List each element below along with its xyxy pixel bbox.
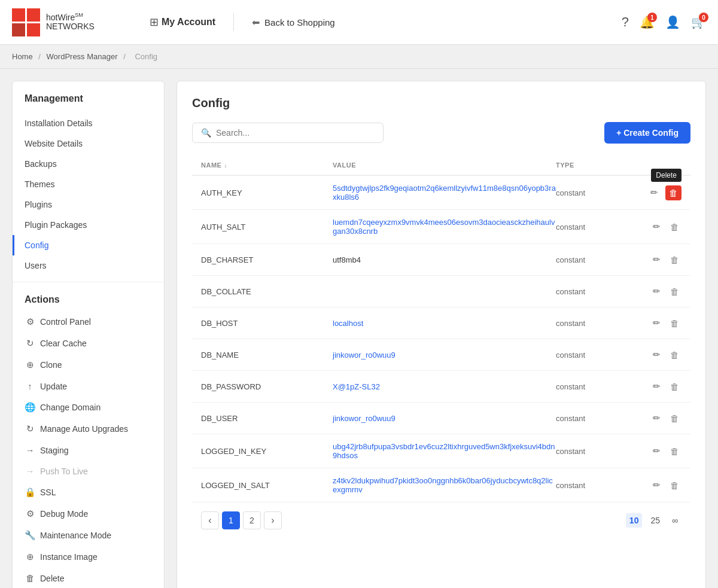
toolbar: 🔍 + Create Config (192, 122, 690, 144)
search-input[interactable] (216, 128, 375, 138)
sidebar-item-maintenance-mode[interactable]: 🔧 Maintenance Mode (13, 525, 164, 546)
edit-config-button[interactable]: ✏ (650, 284, 663, 299)
config-label: Config (25, 240, 48, 250)
installation-details-label: Installation Details (25, 118, 93, 128)
sidebar-item-website-details[interactable]: Website Details (13, 133, 164, 154)
push-to-live-icon: → (25, 466, 35, 476)
main-layout: Management Installation Details Website … (0, 69, 718, 588)
edit-config-button[interactable]: ✏ (650, 379, 663, 394)
delete-config-button[interactable]: 🗑 (668, 348, 682, 362)
sidebar-item-ssl[interactable]: 🔒 SSL (13, 482, 164, 503)
help-icon[interactable]: ? (622, 14, 629, 30)
notifications-icon[interactable]: 🔔 1 (640, 15, 655, 29)
config-actions-cell: ✏ 🗑 (634, 219, 682, 234)
delete-config-button[interactable]: 🗑 (668, 411, 682, 426)
edit-config-button[interactable]: ✏ (650, 315, 663, 331)
config-actions-cell: ✏ 🗑 (634, 443, 682, 459)
users-label: Users (25, 261, 47, 270)
delete-config-button[interactable]: 🗑 (668, 478, 682, 493)
sidebar-item-installation-details[interactable]: Installation Details (13, 113, 164, 133)
logo-area: hotWireSM NETWORKS (12, 8, 132, 36)
config-actions-cell: ✏ 🗑 (634, 477, 682, 493)
breadcrumb-wordpress-manager[interactable]: WordPress Manager (47, 52, 118, 61)
plugin-packages-label: Plugin Packages (25, 220, 87, 230)
change-domain-icon: 🌐 (25, 402, 35, 413)
sidebar-item-instance-image[interactable]: ⊕ Instance Image (13, 546, 164, 568)
config-name-cell: LOGGED_IN_SALT (201, 481, 333, 490)
table-row: DB_COLLATE constant ✏ 🗑 (192, 276, 690, 307)
edit-config-button[interactable]: ✏ (650, 477, 663, 493)
change-domain-label: Change Domain (40, 403, 101, 412)
search-icon: 🔍 (201, 128, 211, 138)
config-actions-cell: ✏ 🗑 (634, 284, 682, 299)
sidebar-item-push-to-live: → Push To Live (13, 461, 164, 482)
sidebar-item-manage-auto-upgrades[interactable]: ↻ Manage Auto Upgrades (13, 418, 164, 440)
per-page-all-button[interactable]: ∞ (668, 513, 682, 528)
config-name-cell: DB_NAME (201, 351, 333, 359)
delete-config-button[interactable]: 🗑 (668, 284, 682, 299)
edit-config-button[interactable]: ✏ (650, 410, 663, 426)
delete-config-button[interactable]: 🗑 (668, 252, 682, 267)
header-right: ? 🔔 1 👤 🛒 0 (622, 14, 706, 30)
sidebar-item-change-domain[interactable]: 🌐 Change Domain (13, 397, 164, 418)
sidebar-item-staging[interactable]: → Staging (13, 440, 164, 461)
config-value-cell: utf8mb4 (333, 255, 556, 264)
edit-config-button[interactable]: ✏ (650, 347, 663, 362)
sidebar-item-debug-mode[interactable]: ⚙ Debug Mode (13, 503, 164, 525)
sidebar-item-config[interactable]: Config (13, 235, 164, 255)
prev-page-button[interactable]: ‹ (201, 511, 219, 529)
my-account-label[interactable]: My Account (162, 17, 215, 28)
user-icon[interactable]: 👤 (665, 15, 680, 29)
col-type-header: TYPE (556, 162, 634, 169)
sidebar-item-backups[interactable]: Backups (13, 154, 164, 174)
sidebar-item-plugins[interactable]: Plugins (13, 194, 164, 215)
page-1-button[interactable]: 1 (222, 511, 240, 529)
delete-label: Delete (40, 574, 64, 583)
delete-config-button[interactable]: 🗑 (665, 185, 682, 200)
push-to-live-label: Push To Live (40, 467, 88, 476)
config-type-cell: constant (556, 481, 634, 490)
cart-icon[interactable]: 🛒 0 (691, 15, 706, 29)
config-type-cell: constant (556, 188, 634, 197)
config-value-cell: jinkowor_ro0wuu9 (333, 414, 556, 423)
sidebar-item-update[interactable]: ↑ Update (13, 376, 164, 397)
edit-config-button[interactable]: ✏ (648, 185, 661, 200)
delete-config-button[interactable]: 🗑 (668, 220, 682, 234)
sort-icon[interactable]: ↓ (224, 162, 227, 169)
logo-sq-1 (12, 8, 25, 22)
delete-config-button[interactable]: 🗑 (668, 379, 682, 394)
website-details-label: Website Details (25, 139, 83, 148)
manage-auto-upgrades-label: Manage Auto Upgrades (40, 424, 128, 434)
staging-icon: → (25, 445, 35, 455)
config-type-cell: constant (556, 382, 634, 391)
back-to-shopping-button[interactable]: ⬅ Back to Shopping (252, 17, 335, 28)
breadcrumb-home[interactable]: Home (12, 52, 33, 61)
sidebar-item-clone[interactable]: ⊕ Clone (13, 354, 164, 376)
sidebar-item-clear-cache[interactable]: ↻ Clear Cache (13, 333, 164, 354)
col-value-header: VALUE (333, 162, 556, 169)
instance-image-icon: ⊕ (25, 552, 35, 562)
delete-config-button[interactable]: 🗑 (668, 444, 682, 459)
table-row: DB_HOST localhost constant ✏ 🗑 (192, 307, 690, 339)
col-actions-header (634, 162, 682, 169)
delete-wrapper: Delete 🗑 (665, 185, 682, 200)
backups-label: Backups (25, 159, 57, 169)
sidebar-item-delete[interactable]: 🗑 Delete (13, 568, 164, 588)
sidebar-item-plugin-packages[interactable]: Plugin Packages (13, 215, 164, 235)
sidebar-item-users[interactable]: Users (13, 255, 164, 276)
delete-config-button[interactable]: 🗑 (668, 316, 682, 331)
edit-config-button[interactable]: ✏ (650, 252, 663, 267)
table-row: LOGGED_IN_SALT z4tkv2ldukpwihud7pkidt3oo… (192, 468, 690, 502)
edit-config-button[interactable]: ✏ (650, 219, 663, 234)
next-page-button[interactable]: › (264, 511, 282, 529)
create-config-button[interactable]: + Create Config (604, 122, 690, 144)
edit-config-button[interactable]: ✏ (650, 443, 663, 459)
config-actions-cell: ✏ Delete 🗑 (634, 185, 682, 200)
sidebar-item-control-panel[interactable]: ⚙ Control Panel (13, 311, 164, 333)
header-divider (233, 13, 234, 31)
per-page-25-button[interactable]: 25 (647, 513, 664, 528)
per-page-10-button[interactable]: 10 (626, 513, 643, 528)
table-row: LOGGED_IN_KEY ubg42jrb8ufpupa3vsbdr1ev6c… (192, 434, 690, 468)
page-2-button[interactable]: 2 (243, 511, 261, 529)
sidebar-item-themes[interactable]: Themes (13, 174, 164, 194)
